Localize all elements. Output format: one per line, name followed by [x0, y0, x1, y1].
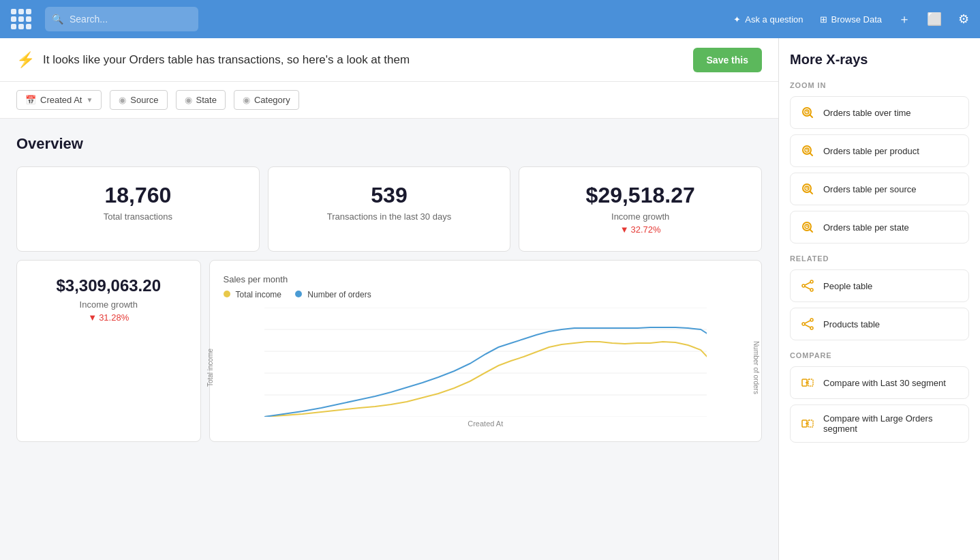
metric-income-growth-pct: $29,518.27 Income growth ▼ 32.72%	[519, 166, 762, 252]
legend-total-income: Total income	[224, 290, 281, 299]
overview-title: Overview	[16, 135, 762, 153]
right-sidebar: More X-rays ZOOM IN Orders table over ti…	[778, 38, 980, 560]
pin-icon-2: ◉	[185, 95, 192, 105]
banner: ⚡ It looks like your Orders table has tr…	[0, 38, 778, 82]
svg-point-43	[810, 280, 813, 283]
svg-point-44	[810, 289, 813, 291]
x-axis-label: Created At	[264, 419, 707, 428]
sidebar-item-text-people-table: People table	[823, 281, 872, 291]
y-axis-label-left: Total income	[206, 349, 213, 387]
chart-area: $50,000 $40,000 $30,000 $20,000 $10,000 …	[264, 308, 707, 417]
related-label: RELATED	[790, 254, 969, 263]
metric-label-total-transactions: Total transactions	[33, 211, 243, 222]
sidebar-item-text-compare-large-orders: Compare with Large Orders segment	[823, 413, 959, 434]
down-arrow-icon-2: ▼	[88, 312, 97, 323]
search-wrap: 🔍	[45, 7, 508, 31]
legend-dot-orders	[295, 291, 302, 297]
metric-label-income-abs: Income growth	[33, 299, 184, 310]
lightning-icon: ⚡	[16, 51, 35, 69]
sidebar-item-orders-over-time[interactable]: Orders table over time	[790, 96, 969, 129]
metric-income-abs: $3,309,063.20 Income growth ▼ 31.28%	[16, 260, 201, 442]
metric-label-income-growth: Income growth	[536, 211, 745, 222]
compare-icon-1	[800, 375, 815, 390]
scroll-content: Overview 18,760 Total transactions 539 T…	[0, 119, 778, 560]
filter-category[interactable]: ◉ Category	[234, 90, 299, 110]
filter-state-label: State	[196, 95, 217, 105]
svg-point-49	[810, 327, 813, 329]
sidebar-item-text-compare-last30: Compare with Last 30 segment	[823, 378, 946, 388]
svg-line-46	[805, 286, 810, 289]
filter-category-label: Category	[254, 95, 290, 105]
sidebar-item-products-table[interactable]: Products table	[790, 308, 969, 340]
svg-rect-56	[808, 420, 813, 427]
svg-point-48	[810, 319, 813, 321]
grid-icon: ⊞	[820, 14, 827, 25]
topnav-right: ✦ Ask a question ⊞ Browse Data ＋ ⬜ ⚙	[733, 11, 969, 27]
sidebar-item-people-table[interactable]: People table	[790, 269, 969, 302]
metric-total-transactions: 18,760 Total transactions	[16, 166, 260, 252]
app-logo	[11, 9, 31, 29]
sidebar-item-text-orders-per-source: Orders table per source	[823, 184, 917, 194]
legend-dot-income	[224, 291, 230, 297]
main-content: ⚡ It looks like your Orders table has tr…	[0, 38, 778, 560]
banner-text: It looks like your Orders table has tran…	[43, 53, 410, 67]
legend-num-orders: Number of orders	[295, 290, 371, 299]
filter-source-label: Source	[130, 95, 158, 105]
chart-legend: Total income Number of orders	[224, 290, 748, 299]
svg-point-47	[802, 323, 805, 325]
filter-created-at-label: Created At	[40, 95, 82, 105]
share-icon-2	[800, 316, 815, 331]
browse-data-button[interactable]: ⊞ Browse Data	[820, 14, 882, 25]
metric-change-income-growth: ▼ 32.72%	[536, 224, 745, 235]
metric-value-transactions-30d: 539	[285, 183, 494, 207]
metric-transactions-30d: 539 Transactions in the last 30 days	[268, 166, 511, 252]
svg-line-51	[805, 325, 810, 327]
svg-line-28	[810, 153, 813, 156]
svg-point-42	[802, 284, 805, 287]
sidebar-item-orders-per-source[interactable]: Orders table per source	[790, 173, 969, 205]
compare-icon-2	[800, 416, 815, 431]
svg-line-50	[805, 321, 810, 323]
filter-source[interactable]: ◉ Source	[110, 90, 167, 110]
sidebar-item-text-orders-per-state: Orders table per state	[823, 222, 909, 233]
svg-line-38	[810, 230, 813, 233]
sparkle-icon: ✦	[733, 14, 741, 25]
sidebar-item-text-products-table: Products table	[823, 319, 880, 329]
svg-line-23	[810, 115, 813, 118]
sidebar-item-text-orders-per-product: Orders table per product	[823, 146, 919, 156]
zoom-icon-4	[800, 220, 815, 235]
pin-icon-3: ◉	[243, 95, 250, 105]
zoom-icon-2	[800, 143, 815, 158]
bookmark-button[interactable]: ⬜	[927, 12, 942, 27]
metric-change-income-abs: ▼ 31.28%	[33, 312, 184, 323]
zoom-icon-3	[800, 181, 815, 196]
sidebar-item-compare-large-orders[interactable]: Compare with Large Orders segment	[790, 404, 969, 443]
metric-value-income-abs: $3,309,063.20	[33, 277, 184, 295]
svg-rect-53	[808, 379, 813, 386]
y-axis-label-right: Number of orders	[753, 341, 761, 394]
banner-left: ⚡ It looks like your Orders table has tr…	[16, 51, 410, 69]
metric-value-income-growth: $29,518.27	[536, 183, 745, 207]
sidebar-item-orders-per-product[interactable]: Orders table per product	[790, 134, 969, 167]
share-icon-1	[800, 278, 815, 293]
search-icon: 🔍	[52, 14, 63, 25]
metric-value-total-transactions: 18,760	[33, 183, 243, 207]
add-button[interactable]: ＋	[898, 11, 910, 27]
filter-created-at[interactable]: 📅 Created At ▼	[16, 90, 102, 110]
settings-button[interactable]: ⚙	[958, 12, 969, 27]
save-button[interactable]: Save this	[693, 48, 762, 72]
filters-bar: 📅 Created At ▼ ◉ Source ◉ State ◉ Catego…	[0, 82, 778, 119]
sidebar-item-compare-last30[interactable]: Compare with Last 30 segment	[790, 366, 969, 399]
filter-state[interactable]: ◉ State	[176, 90, 226, 110]
zoom-icon-1	[800, 105, 815, 120]
top-navigation: 🔍 ✦ Ask a question ⊞ Browse Data ＋ ⬜ ⚙	[0, 0, 980, 38]
chart-title: Sales per month	[224, 274, 748, 284]
svg-line-33	[810, 192, 813, 194]
metric-grid-top: 18,760 Total transactions 539 Transactio…	[16, 166, 762, 252]
search-input[interactable]	[45, 7, 198, 31]
pin-icon: ◉	[119, 95, 126, 105]
sidebar-item-orders-per-state[interactable]: Orders table per state	[790, 211, 969, 244]
ask-question-button[interactable]: ✦ Ask a question	[733, 14, 803, 25]
svg-line-45	[805, 282, 810, 285]
zoom-in-label: ZOOM IN	[790, 81, 969, 89]
